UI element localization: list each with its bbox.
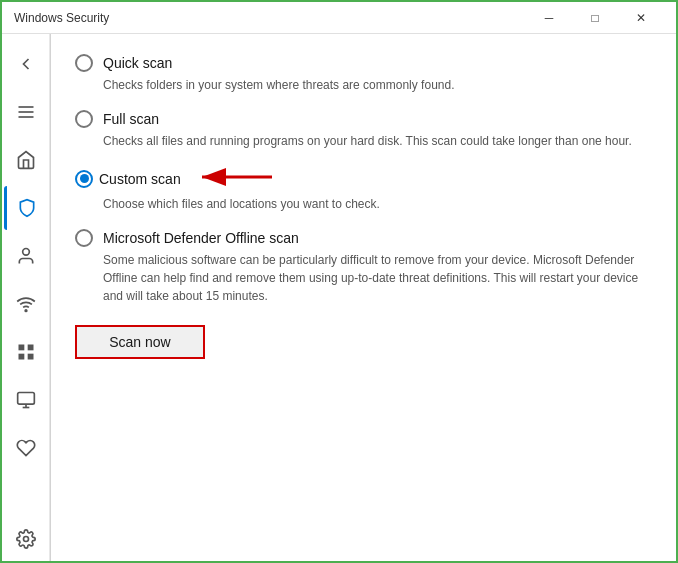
close-button[interactable]: ✕: [618, 2, 664, 34]
sidebar-item-family[interactable]: [4, 426, 48, 470]
sidebar-item-device[interactable]: [4, 378, 48, 422]
svg-point-12: [23, 537, 28, 542]
maximize-button[interactable]: □: [572, 2, 618, 34]
svg-point-4: [25, 310, 27, 312]
main-content: Quick scan Checks folders in your system…: [50, 34, 676, 561]
svg-rect-6: [27, 345, 33, 351]
scan-options-list: Quick scan Checks folders in your system…: [75, 54, 652, 305]
svg-rect-0: [18, 106, 33, 108]
svg-rect-8: [27, 354, 33, 360]
custom-scan-option: Custom scan: [75, 166, 652, 213]
svg-rect-7: [18, 354, 24, 360]
quick-scan-label: Quick scan: [103, 55, 172, 71]
sidebar-item-wifi[interactable]: [4, 282, 48, 326]
offline-scan-radio[interactable]: [75, 229, 93, 247]
window-title: Windows Security: [14, 11, 526, 25]
full-scan-radio[interactable]: [75, 110, 93, 128]
custom-scan-label: Custom scan: [99, 171, 181, 187]
titlebar: Windows Security ─ □ ✕: [2, 2, 676, 34]
custom-scan-radio[interactable]: [75, 170, 93, 188]
sidebar-item-home[interactable]: [4, 138, 48, 182]
custom-scan-desc: Choose which files and locations you wan…: [103, 195, 652, 213]
custom-scan-header: Custom scan: [75, 166, 652, 191]
quick-scan-option: Quick scan Checks folders in your system…: [75, 54, 652, 94]
quick-scan-header: Quick scan: [75, 54, 652, 72]
full-scan-header: Full scan: [75, 110, 652, 128]
sidebar-item-settings[interactable]: [4, 517, 48, 561]
full-scan-label: Full scan: [103, 111, 159, 127]
content-area: Quick scan Checks folders in your system…: [2, 34, 676, 561]
window-controls: ─ □ ✕: [526, 2, 664, 34]
sidebar-item-menu[interactable]: [4, 90, 48, 134]
sidebar-item-back[interactable]: [4, 42, 48, 86]
sidebar: [2, 34, 50, 561]
scan-now-button[interactable]: Scan now: [75, 325, 205, 359]
radio-inner-dot: [80, 174, 89, 183]
sidebar-item-apps[interactable]: [4, 330, 48, 374]
minimize-button[interactable]: ─: [526, 2, 572, 34]
offline-scan-option: Microsoft Defender Offline scan Some mal…: [75, 229, 652, 305]
offline-scan-label: Microsoft Defender Offline scan: [103, 230, 299, 246]
sidebar-item-person[interactable]: [4, 234, 48, 278]
svg-rect-5: [18, 345, 24, 351]
offline-scan-header: Microsoft Defender Offline scan: [75, 229, 652, 247]
quick-scan-desc: Checks folders in your system where thre…: [103, 76, 652, 94]
red-arrow-icon: [197, 166, 277, 191]
full-scan-desc: Checks all files and running programs on…: [103, 132, 652, 150]
svg-rect-9: [17, 393, 34, 405]
sidebar-item-shield[interactable]: [4, 186, 48, 230]
full-scan-option: Full scan Checks all files and running p…: [75, 110, 652, 150]
svg-rect-1: [18, 111, 33, 113]
main-window: Windows Security ─ □ ✕: [0, 0, 678, 563]
svg-rect-2: [18, 116, 33, 118]
offline-scan-desc: Some malicious software can be particula…: [103, 251, 652, 305]
svg-point-3: [22, 249, 29, 256]
quick-scan-radio[interactable]: [75, 54, 93, 72]
